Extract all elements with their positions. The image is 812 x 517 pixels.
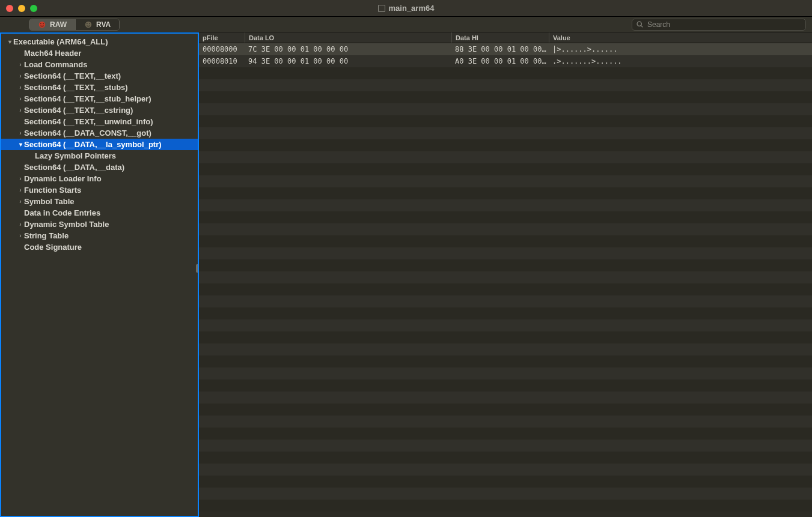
window-controls [6, 5, 37, 12]
search-field[interactable] [632, 19, 806, 31]
cell-value: |>......>...... [549, 45, 812, 53]
minimize-window-button[interactable] [18, 5, 25, 12]
tree-item-label: Section64 (__DATA,__data) [24, 163, 124, 172]
hex-row-empty [199, 211, 812, 223]
tree-item-label: Symbol Table [24, 197, 75, 206]
header-pfile[interactable]: pFile [199, 32, 245, 43]
tree-item[interactable]: Lazy Symbol Pointers [1, 150, 198, 162]
tree-item[interactable]: ›Load Commands [1, 59, 198, 70]
disclosure-right-icon[interactable]: › [17, 198, 24, 205]
tree-item[interactable]: Data in Code Entries [1, 207, 198, 219]
tree-item-label: Section64 (__TEXT,__text) [24, 71, 121, 80]
splitter-handle[interactable] [196, 264, 199, 273]
tab-rva-label: RVA [96, 20, 111, 29]
hex-row-empty [199, 500, 812, 512]
hex-row[interactable]: 000080007C 3E 00 00 01 00 00 0088 3E 00 … [199, 43, 812, 55]
hex-row-empty [199, 355, 812, 367]
cell-value: .>.......>...... [549, 57, 812, 65]
disclosure-right-icon[interactable]: › [17, 175, 24, 182]
hex-row-empty [199, 139, 812, 151]
tree-item[interactable]: ›Dynamic Loader Info [1, 173, 198, 184]
raw-icon [38, 20, 46, 29]
hex-row-empty [199, 91, 812, 103]
tab-raw-label: RAW [50, 20, 67, 29]
tree-item[interactable]: Mach64 Header [1, 47, 198, 59]
tree-item[interactable]: ›String Table [1, 230, 198, 241]
tree-item[interactable]: Section64 (__TEXT,__unwind_info) [1, 116, 198, 127]
hex-row-empty [199, 199, 812, 211]
structure-tree[interactable]: ▾Executable (ARM64_ALL)Mach64 Header›Loa… [1, 34, 198, 253]
tree-item[interactable]: ▾Section64 (__DATA,__la_symbol_ptr) [1, 139, 198, 150]
tab-rva[interactable]: RVA [75, 19, 119, 30]
disclosure-right-icon[interactable]: › [17, 107, 24, 113]
hex-row-empty [199, 79, 812, 91]
hex-row-empty [199, 247, 812, 259]
hex-row-empty [199, 307, 812, 319]
tree-item[interactable]: ›Section64 (__TEXT,__stub_helper) [1, 93, 198, 104]
hex-row-empty [199, 331, 812, 343]
close-window-button[interactable] [6, 5, 13, 12]
hex-row-empty [199, 428, 812, 440]
svg-point-1 [40, 23, 41, 24]
tree-item[interactable]: ›Dynamic Symbol Table [1, 219, 198, 230]
tree-item-label: Function Starts [24, 186, 81, 195]
tab-raw[interactable]: RAW [29, 19, 75, 30]
hex-row-empty [199, 367, 812, 379]
hex-row-empty [199, 163, 812, 175]
disclosure-right-icon[interactable]: › [17, 73, 24, 79]
sidebar: ▾Executable (ARM64_ALL)Mach64 Header›Loa… [0, 32, 199, 517]
svg-point-0 [39, 21, 46, 28]
hex-row-empty [199, 404, 812, 416]
hex-grid[interactable]: 000080007C 3E 00 00 01 00 00 0088 3E 00 … [199, 43, 812, 517]
cell-datalo: 7C 3E 00 00 01 00 00 00 [245, 45, 451, 53]
hex-row[interactable]: 0000801094 3E 00 00 01 00 00 00A0 3E 00 … [199, 55, 812, 67]
view-mode-segmented: RAW RVA [29, 19, 120, 31]
cell-datalo: 94 3E 00 00 01 00 00 00 [245, 57, 451, 65]
zoom-window-button[interactable] [30, 5, 37, 12]
disclosure-right-icon[interactable]: › [17, 95, 24, 102]
column-headers: pFile Data LO Data HI Value [199, 32, 812, 43]
search-icon [636, 20, 644, 28]
tree-item[interactable]: ›Section64 (__DATA_CONST,__got) [1, 127, 198, 139]
tree-item-label: String Table [24, 231, 69, 240]
svg-point-5 [89, 23, 90, 24]
tree-item[interactable]: ›Section64 (__TEXT,__text) [1, 70, 198, 82]
disclosure-right-icon[interactable]: › [17, 221, 24, 228]
hex-row-empty [199, 127, 812, 139]
hex-row-empty [199, 464, 812, 476]
header-datalo[interactable]: Data LO [245, 32, 451, 43]
disclosure-right-icon[interactable]: › [17, 187, 24, 193]
tree-item[interactable]: ›Symbol Table [1, 196, 198, 207]
tree-item-label: Section64 (__DATA,__la_symbol_ptr) [24, 140, 162, 149]
disclosure-down-icon[interactable]: ▾ [6, 38, 13, 45]
disclosure-right-icon[interactable]: › [17, 130, 24, 136]
disclosure-down-icon[interactable]: ▾ [17, 141, 24, 148]
svg-point-4 [87, 23, 88, 24]
disclosure-right-icon[interactable]: › [17, 232, 24, 239]
tree-item[interactable]: ›Function Starts [1, 184, 198, 196]
tree-item[interactable]: ▾Executable (ARM64_ALL) [1, 36, 198, 47]
disclosure-right-icon[interactable]: › [17, 84, 24, 91]
cell-datahi: A0 3E 00 00 01 00 00… [451, 57, 549, 65]
toolbar: RAW RVA [0, 17, 812, 32]
hex-row-empty [199, 295, 812, 307]
disclosure-right-icon[interactable]: › [17, 61, 24, 68]
tree-item-label: Executable (ARM64_ALL) [13, 37, 108, 46]
hex-row-empty [199, 187, 812, 199]
header-datahi[interactable]: Data HI [451, 32, 549, 43]
svg-point-6 [637, 22, 641, 26]
hex-row-empty [199, 103, 812, 115]
hex-row-empty [199, 67, 812, 79]
tree-item[interactable]: Section64 (__DATA,__data) [1, 162, 198, 173]
header-value[interactable]: Value [549, 32, 812, 43]
hex-row-empty [199, 319, 812, 331]
tree-item[interactable]: ›Section64 (__TEXT,__stubs) [1, 82, 198, 93]
tree-item[interactable]: ›Section64 (__TEXT,__cstring) [1, 104, 198, 116]
search-input[interactable] [647, 20, 802, 29]
cell-datahi: 88 3E 00 00 01 00 00… [451, 45, 549, 53]
hex-row-empty [199, 259, 812, 271]
hex-row-empty [199, 115, 812, 127]
tree-item-label: Data in Code Entries [24, 208, 100, 217]
tree-item[interactable]: Code Signature [1, 241, 198, 253]
cell-pfile: 00008000 [199, 45, 245, 53]
